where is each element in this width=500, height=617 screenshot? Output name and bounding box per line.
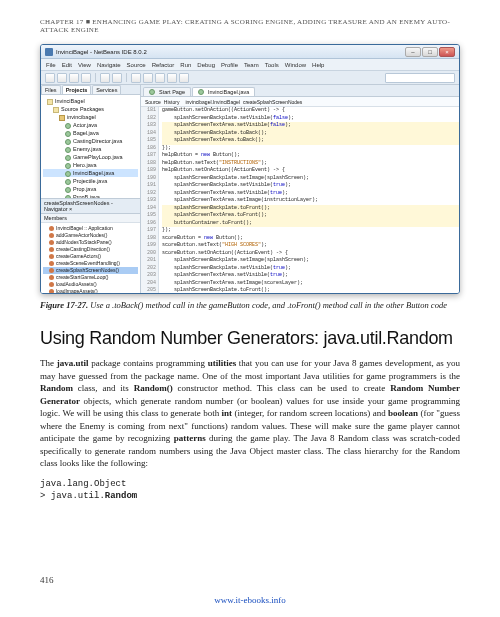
navigator-item[interactable]: loadAudioAssets() <box>43 281 138 288</box>
menu-window[interactable]: Window <box>285 62 306 68</box>
new-file-button[interactable] <box>45 73 55 83</box>
java-icon <box>65 171 71 177</box>
tree-item[interactable]: Hero.java <box>43 161 138 169</box>
breadcrumb-item[interactable]: History <box>164 99 180 105</box>
line-number: 183 <box>141 122 156 130</box>
navigator-members-list[interactable]: InvinciBagel :: ApplicationaddGameActorN… <box>41 223 140 293</box>
tree-item[interactable]: InvinciBagel.java <box>43 169 138 177</box>
navigator-members-dropdown[interactable]: Members <box>41 214 140 223</box>
tree-item[interactable]: CastingDirector.java <box>43 137 138 145</box>
menu-profile[interactable]: Profile <box>221 62 238 68</box>
code-line[interactable]: splashScreenTextArea.toBack(); <box>162 137 459 145</box>
tree-item[interactable]: InvinciBagel <box>43 97 138 105</box>
navigator-item[interactable]: addNodesToStackPane() <box>43 239 138 246</box>
editor-breadcrumb[interactable]: SourceHistoryinvincibagel.InvinciBagelcr… <box>141 97 459 107</box>
tree-item[interactable]: Enemy.java <box>43 145 138 153</box>
navigator-item[interactable]: createStartGameLoop() <box>43 274 138 281</box>
debug-button[interactable] <box>167 73 177 83</box>
menu-navigate[interactable]: Navigate <box>97 62 121 68</box>
build-button[interactable] <box>131 73 141 83</box>
breadcrumb-item[interactable]: invincibagel.InvinciBagel <box>185 99 239 105</box>
menu-team[interactable]: Team <box>244 62 259 68</box>
code-line[interactable]: helpButton = new Button(); <box>162 152 459 160</box>
code-line[interactable]: splashScreenTextArea.toFront(); <box>162 212 459 220</box>
java-icon <box>65 163 71 169</box>
code-line[interactable]: helpButton.setText("INSTRUCTIONS"); <box>162 160 459 168</box>
menu-file[interactable]: File <box>46 62 56 68</box>
navigator-item[interactable]: addGameActorNodes() <box>43 232 138 239</box>
code-line[interactable]: helpButton.setOnAction((ActionEvent) -> … <box>162 167 459 175</box>
profile-button[interactable] <box>179 73 189 83</box>
code-line[interactable]: splashScreenBackplate.setImage(splashScr… <box>162 175 459 183</box>
breadcrumb-item[interactable]: createSplashScreenNodes <box>243 99 302 105</box>
code-line[interactable]: splashScreenBackplate.setImage(splashScr… <box>162 257 459 265</box>
code-line[interactable]: splashScreenBackplate.toFront(); <box>162 287 459 293</box>
panel-tab-projects[interactable]: Projects <box>62 85 92 94</box>
code-line[interactable]: }); <box>162 227 459 235</box>
code-line[interactable]: splashScreenTextArea.setVisible(false); <box>162 122 459 130</box>
editor-tab[interactable]: Start Page <box>143 87 191 96</box>
redo-button[interactable] <box>112 73 122 83</box>
footer-link[interactable]: www.it-ebooks.info <box>0 595 500 605</box>
code-line[interactable]: scoreButton.setText("HIGH SCORES"); <box>162 242 459 250</box>
tree-item[interactable]: Bagel.java <box>43 129 138 137</box>
navigator-item[interactable]: InvinciBagel :: Application <box>43 225 138 232</box>
panel-tab-services[interactable]: Services <box>92 85 121 94</box>
code-line[interactable]: splashScreenTextArea.setVisible(true); <box>162 272 459 280</box>
code-area[interactable]: gameButton.setOnAction((ActionEvent) -> … <box>159 107 459 293</box>
menu-tools[interactable]: Tools <box>265 62 279 68</box>
navigator-item[interactable]: createSceneEventHandling() <box>43 260 138 267</box>
tree-item[interactable]: GamePlayLoop.java <box>43 153 138 161</box>
menu-view[interactable]: View <box>78 62 91 68</box>
navigator-item[interactable]: createSplashScreenNodes() <box>43 267 138 274</box>
breadcrumb-item[interactable]: Source <box>145 99 161 105</box>
maximize-button[interactable]: □ <box>422 47 438 57</box>
code-line[interactable]: scoreButton = new Button(); <box>162 235 459 243</box>
save-all-button[interactable] <box>81 73 91 83</box>
body-paragraph: The java.util package contains programmi… <box>40 357 460 470</box>
code-line[interactable]: splashScreenBackplate.setVisible(true); <box>162 265 459 273</box>
menu-debug[interactable]: Debug <box>197 62 215 68</box>
project-tree[interactable]: InvinciBagelSource PackagesinvincibagelA… <box>41 95 140 198</box>
panel-tab-files[interactable]: Files <box>41 85 61 94</box>
minimize-button[interactable]: – <box>405 47 421 57</box>
code-line[interactable]: buttonContainer.toFront(); <box>162 220 459 228</box>
tree-item[interactable]: Actor.java <box>43 121 138 129</box>
new-project-button[interactable] <box>57 73 67 83</box>
line-number: 205 <box>141 287 156 293</box>
code-line[interactable]: gameButton.setOnAction((ActionEvent) -> … <box>162 107 459 115</box>
code-line[interactable]: splashScreenTextArea.setImage(scoresLaye… <box>162 280 459 288</box>
tree-item[interactable]: Prop.java <box>43 185 138 193</box>
menu-refactor[interactable]: Refactor <box>152 62 175 68</box>
code-line[interactable]: splashScreenTextArea.setVisible(true); <box>162 190 459 198</box>
clean-build-button[interactable] <box>143 73 153 83</box>
code-line[interactable]: }); <box>162 145 459 153</box>
menu-run[interactable]: Run <box>180 62 191 68</box>
code-line[interactable]: splashScreenTextArea.setImage(instructio… <box>162 197 459 205</box>
menu-source[interactable]: Source <box>127 62 146 68</box>
close-button[interactable]: × <box>439 47 455 57</box>
open-button[interactable] <box>69 73 79 83</box>
code-line[interactable]: scoreButton.setOnAction((ActionEvent) ->… <box>162 250 459 258</box>
tree-item[interactable]: invincibagel <box>43 113 138 121</box>
code-line[interactable]: splashScreenBackplate.setVisible(false); <box>162 115 459 123</box>
navigator-item[interactable]: loadImageAssets() <box>43 288 138 293</box>
editor-tabs: Start PageInvinciBagel.java <box>141 85 459 97</box>
run-button[interactable] <box>155 73 165 83</box>
editor-tab[interactable]: InvinciBagel.java <box>192 87 255 96</box>
menu-edit[interactable]: Edit <box>62 62 72 68</box>
code-line[interactable]: splashScreenBackplate.setVisible(true); <box>162 182 459 190</box>
tree-item[interactable]: Projectile.java <box>43 177 138 185</box>
tree-item[interactable]: Source Packages <box>43 105 138 113</box>
code-line[interactable]: splashScreenBackplate.toBack(); <box>162 130 459 138</box>
menu-help[interactable]: Help <box>312 62 324 68</box>
navigator-item[interactable]: createCastingDirection() <box>43 246 138 253</box>
navigator-item[interactable]: createGameActors() <box>43 253 138 260</box>
page-header: CHAPTER 17 ■ ENHANCING GAME PLAY: CREATI… <box>0 0 500 40</box>
line-number: 187 <box>141 152 156 160</box>
undo-button[interactable] <box>100 73 110 83</box>
code-line[interactable]: splashScreenBackplate.toFront(); <box>162 205 459 213</box>
line-number: 186 <box>141 145 156 153</box>
code-editor[interactable]: 1811821831841851861871881891901911921931… <box>141 107 459 293</box>
search-input[interactable] <box>385 73 455 83</box>
